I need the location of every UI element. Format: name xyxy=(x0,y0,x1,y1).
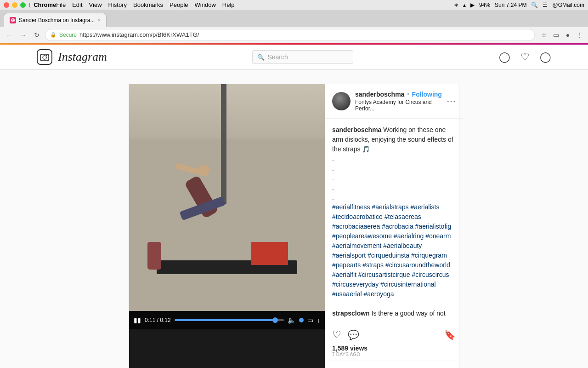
post-location[interactable]: Fontys Academy for Circus and Perfor... xyxy=(355,99,442,112)
app-name[interactable]: Chrome xyxy=(34,1,56,8)
video-progress-bar[interactable] xyxy=(175,319,284,321)
dot-2: . xyxy=(332,165,334,172)
menu-bar:  Chrome File Edit View History Bookmark… xyxy=(0,0,588,10)
search-bar[interactable]: 🔍 Search xyxy=(252,50,353,64)
video-progress-dot xyxy=(272,317,278,323)
instagram-wordmark[interactable]: Instagram xyxy=(58,50,107,64)
following-button[interactable]: Following xyxy=(412,91,442,98)
minimize-window-button[interactable] xyxy=(12,2,17,8)
download-button[interactable]: ↓ xyxy=(317,316,320,324)
url-bar[interactable]: 🔒 Secure https://www.instagram.com/p/Bf6… xyxy=(45,29,535,41)
video-section: ▮▮ 0:11 / 0:12 🔈 ▭ ↓ xyxy=(129,84,325,368)
username-following-row: sanderboschma • Following xyxy=(355,91,442,98)
bluetooth-icon: ∗ xyxy=(454,2,458,8)
instagram-header: Instagram 🔍 Search ◯ ♡ ◯ xyxy=(0,45,588,70)
post-info: sanderboschma • Following Fontys Academy… xyxy=(325,84,463,368)
video-time: 0:11 / 0:12 xyxy=(145,317,171,323)
avatar-image xyxy=(332,92,351,110)
tab-favicon xyxy=(10,17,16,23)
bg-person xyxy=(147,242,161,270)
close-window-button[interactable] xyxy=(4,2,9,8)
comment-area: ⋯ xyxy=(325,361,463,368)
window-controls[interactable] xyxy=(4,2,26,8)
secure-label: Secure xyxy=(59,32,77,38)
comment-preview-text: Is there a good way of not xyxy=(372,310,446,317)
menu-history[interactable]: History xyxy=(108,1,127,8)
gmail-account[interactable]: @GMail.com xyxy=(552,2,584,8)
main-content: ▮▮ 0:11 / 0:12 🔈 ▭ ↓ xyxy=(0,70,588,368)
hashtags[interactable]: #aerialfitness #aerialstraps #aerialists… xyxy=(332,203,451,298)
maximize-window-button[interactable] xyxy=(20,2,26,8)
menu-window[interactable]: Window xyxy=(195,1,216,8)
svg-rect-3 xyxy=(40,54,49,61)
post-username[interactable]: sanderboschma xyxy=(355,91,404,98)
red-box xyxy=(251,242,288,265)
menu-file[interactable]: File xyxy=(56,1,66,8)
dot-4: . xyxy=(332,184,334,191)
svg-rect-5 xyxy=(46,55,47,56)
svg-point-1 xyxy=(12,19,14,20)
extensions-icon[interactable]: ● xyxy=(563,30,572,40)
video-controls: ▮▮ 0:11 / 0:12 🔈 ▭ ↓ xyxy=(129,311,325,329)
profile-icon[interactable]: ◯ xyxy=(540,51,551,63)
forward-button[interactable]: → xyxy=(17,29,28,40)
apple-menu-icon[interactable]:  xyxy=(29,1,32,9)
url-text[interactable]: https://www.instagram.com/p/Bf6KrXWA1TG/ xyxy=(79,31,199,38)
search-icon[interactable]: 🔍 xyxy=(531,2,538,8)
svg-rect-2 xyxy=(11,21,14,21)
volume-icon: ▶ xyxy=(470,2,475,8)
chrome-menu-icon[interactable]: ⋮ xyxy=(575,30,584,40)
post-actions: ♡ 💬 🔖 xyxy=(325,325,463,345)
instagram-nav-icons: ◯ ♡ ◯ xyxy=(499,51,551,63)
tab-close-button[interactable]: × xyxy=(97,17,100,23)
menu-edit[interactable]: Edit xyxy=(72,1,82,8)
notifications-icon[interactable]: ☰ xyxy=(543,2,548,8)
back-button[interactable]: ← xyxy=(4,29,15,40)
battery-level: 94% xyxy=(479,2,490,8)
fullscreen-button[interactable]: ▭ xyxy=(307,316,313,324)
cast-icon[interactable]: ▭ xyxy=(551,30,560,40)
quality-indicator xyxy=(299,318,304,322)
menu-help[interactable]: Help xyxy=(222,1,235,8)
views-count: 1,589 views xyxy=(325,345,463,352)
user-info: sanderboschma • Following Fontys Academy… xyxy=(355,91,442,112)
address-bar: ← → ↻ 🔒 Secure https://www.instagram.com… xyxy=(0,27,588,43)
dot-3: . xyxy=(332,174,334,182)
clock: Sun 7:24 PM xyxy=(495,2,526,8)
post-caption: sanderboschma Working on these one arm d… xyxy=(325,119,463,325)
tab-bar: Sander Boschma on Instagra... × xyxy=(0,10,588,27)
instagram-camera-icon xyxy=(37,49,52,65)
pause-button[interactable]: ▮▮ xyxy=(134,316,141,324)
instagram-logo-area[interactable]: Instagram xyxy=(37,49,107,65)
caption-username[interactable]: sanderboschma xyxy=(332,126,381,133)
menu-items: File Edit View History Bookmarks People … xyxy=(56,1,234,8)
mute-button[interactable]: 🔈 xyxy=(288,316,295,324)
dot-1: . xyxy=(332,155,334,162)
post-date: 7 DAYS AGO xyxy=(325,352,463,361)
separator-dot: • xyxy=(407,91,409,98)
reload-button[interactable]: ↻ xyxy=(31,29,42,40)
menu-people[interactable]: People xyxy=(170,1,188,8)
lock-icon: 🔒 xyxy=(50,32,57,38)
post-container: ▮▮ 0:11 / 0:12 🔈 ▭ ↓ xyxy=(129,84,459,368)
tab-title: Sander Boschma on Instagra... xyxy=(19,17,95,23)
compass-icon[interactable]: ◯ xyxy=(499,51,510,63)
menu-view[interactable]: View xyxy=(89,1,102,8)
wifi-icon: ▴ xyxy=(463,2,466,8)
bookmark-button[interactable]: 🔖 xyxy=(444,329,456,340)
menu-bar-right: ∗ ▴ ▶ 94% Sun 7:24 PM 🔍 ☰ @GMail.com xyxy=(454,2,584,8)
comment-button[interactable]: 💬 xyxy=(348,329,359,340)
menu-bookmarks[interactable]: Bookmarks xyxy=(133,1,163,8)
video-player[interactable] xyxy=(129,84,325,311)
heart-icon[interactable]: ♡ xyxy=(520,51,530,63)
video-right-controls: 🔈 ▭ ↓ xyxy=(288,316,320,324)
search-placeholder: Search xyxy=(267,53,288,61)
post-options-button[interactable]: ⋯ xyxy=(447,96,456,107)
user-avatar[interactable] xyxy=(332,92,351,110)
like-button[interactable]: ♡ xyxy=(332,329,341,341)
bookmark-star-icon[interactable]: ☆ xyxy=(539,30,548,40)
comment-username[interactable]: strapsclown xyxy=(332,310,370,317)
active-tab[interactable]: Sander Boschma on Instagra... × xyxy=(4,13,107,27)
post-user-header: sanderboschma • Following Fontys Academy… xyxy=(325,84,463,119)
address-bar-actions: ☆ ▭ ● ⋮ xyxy=(539,30,584,40)
